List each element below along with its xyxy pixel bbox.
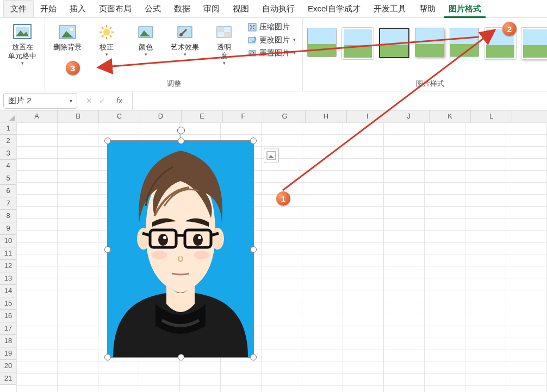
resize-handle-b[interactable] [178, 354, 184, 360]
picture-style-7[interactable] [521, 28, 547, 59]
tab-data[interactable]: 数据 [167, 1, 197, 17]
column-header[interactable]: C [99, 110, 140, 122]
formula-input[interactable] [133, 91, 547, 110]
row-header[interactable]: 20 [0, 360, 16, 372]
column-header[interactable]: D [140, 110, 182, 122]
chevron-down-icon: ▾ [70, 98, 72, 104]
svg-point-29 [152, 251, 167, 259]
tab-automate[interactable]: 自动执行 [256, 1, 301, 17]
picture-style-1[interactable] [307, 28, 337, 57]
remove-background-button[interactable]: 删除背景 [49, 20, 85, 54]
cells-grid[interactable] [16, 122, 547, 392]
ribbon: 放置在 单元格中 ▾ 删除背景 校正 ▾ [0, 18, 547, 91]
compress-pictures-button[interactable]: 压缩图片 [245, 21, 298, 33]
svg-rect-24 [248, 38, 255, 43]
compress-icon [247, 22, 257, 32]
row-header[interactable]: 7 [0, 197, 16, 210]
picture-style-2[interactable] [342, 28, 374, 59]
row-header[interactable]: 3 [0, 147, 16, 160]
resize-handle-l[interactable] [104, 246, 111, 253]
group-place: 放置在 单元格中 ▾ [0, 18, 45, 91]
svg-point-6 [103, 29, 110, 35]
row-header[interactable]: 11 [0, 247, 16, 260]
column-header[interactable]: A [16, 110, 58, 122]
column-header[interactable]: G [264, 110, 306, 122]
confirm-formula-button[interactable]: ✓ [99, 96, 105, 105]
place-in-cell-button[interactable]: 放置在 单元格中 ▾ [4, 20, 40, 68]
reset-picture-button[interactable]: 重置图片 ▾ [245, 47, 298, 59]
group-adjust: 删除背景 校正 ▾ 颜色 ▾ 艺术效果 [45, 18, 303, 91]
tab-insert[interactable]: 插入 [63, 1, 92, 17]
column-header[interactable]: H [306, 110, 347, 122]
remove-background-icon [58, 22, 77, 42]
tab-custom[interactable]: Excel自学成才 [301, 1, 367, 17]
tab-review[interactable]: 审阅 [197, 1, 226, 17]
picture-style-4[interactable] [415, 28, 444, 57]
row-header[interactable]: 14 [0, 285, 16, 297]
row-header[interactable]: 13 [0, 272, 16, 285]
sun-icon [97, 22, 116, 42]
column-header[interactable]: J [388, 110, 430, 122]
color-button[interactable]: 颜色 ▾ [128, 20, 164, 59]
callout-3: 3 [66, 61, 80, 75]
corrections-button[interactable]: 校正 ▾ [89, 20, 125, 59]
svg-point-36 [158, 234, 168, 246]
resize-handle-t[interactable] [178, 138, 184, 144]
row-header[interactable]: 16 [0, 310, 16, 322]
picture-style-3[interactable] [379, 28, 409, 58]
name-box[interactable]: 图片 2 ▾ [3, 93, 77, 109]
svg-rect-23 [248, 23, 256, 31]
change-picture-label: 更改图片 [259, 35, 290, 45]
cancel-formula-button[interactable]: ✕ [86, 96, 92, 105]
rotation-handle[interactable] [177, 127, 185, 134]
row-headers: 123456789101112131415161718192021 [0, 122, 17, 385]
resize-handle-tl[interactable] [104, 138, 111, 144]
name-box-value: 图片 2 [8, 96, 32, 106]
tab-help[interactable]: 帮助 [413, 1, 442, 17]
tab-developer[interactable]: 开发工具 [367, 1, 413, 17]
column-headers: ABCDEFGHIJKL [16, 110, 547, 123]
column-header[interactable]: B [58, 110, 99, 122]
svg-point-28 [211, 228, 224, 250]
row-header[interactable]: 6 [0, 185, 16, 197]
tab-file[interactable]: 文件 [3, 0, 34, 17]
row-header[interactable]: 15 [0, 297, 16, 310]
transparency-button[interactable]: 透明 度 ▾ [206, 20, 242, 68]
column-header[interactable]: L [471, 110, 512, 122]
tab-view[interactable]: 视图 [226, 1, 256, 17]
resize-handle-br[interactable] [250, 354, 257, 360]
change-picture-button[interactable]: 更改图片 ▾ [245, 34, 298, 46]
row-header[interactable]: 21 [0, 372, 16, 385]
color-icon [136, 22, 156, 42]
artistic-effects-button[interactable]: 艺术效果 ▾ [167, 20, 203, 59]
row-header[interactable]: 9 [0, 222, 16, 235]
column-header[interactable]: I [347, 110, 388, 122]
resize-handle-r[interactable] [250, 246, 257, 253]
tab-formulas[interactable]: 公式 [138, 1, 167, 17]
row-header[interactable]: 19 [0, 347, 16, 360]
resize-handle-bl[interactable] [104, 354, 111, 360]
row-header[interactable]: 2 [0, 135, 16, 147]
row-header[interactable]: 8 [0, 210, 16, 222]
chevron-down-icon: ▾ [105, 52, 108, 57]
tab-page-layout[interactable]: 页面布局 [92, 1, 138, 17]
tab-picture-format[interactable]: 图片格式 [442, 1, 488, 17]
row-header[interactable]: 18 [0, 335, 16, 347]
row-header[interactable]: 17 [0, 322, 16, 335]
row-header[interactable]: 4 [0, 160, 16, 172]
row-header[interactable]: 10 [0, 235, 16, 247]
tab-home[interactable]: 开始 [34, 1, 63, 17]
row-header[interactable]: 12 [0, 260, 16, 272]
row-header[interactable]: 1 [0, 122, 16, 135]
resize-handle-tr[interactable] [250, 138, 257, 144]
picture-style-5[interactable] [450, 28, 479, 57]
row-header[interactable]: 5 [0, 172, 16, 185]
column-header[interactable]: K [430, 110, 471, 122]
transparency-label: 透明 度 [217, 43, 231, 60]
column-header[interactable]: E [182, 110, 223, 122]
fx-icon[interactable]: fx [112, 96, 127, 105]
column-header[interactable]: F [223, 110, 264, 122]
inserted-picture[interactable] [107, 140, 254, 358]
layout-options-button[interactable] [264, 148, 279, 163]
select-all-corner[interactable] [0, 110, 16, 122]
